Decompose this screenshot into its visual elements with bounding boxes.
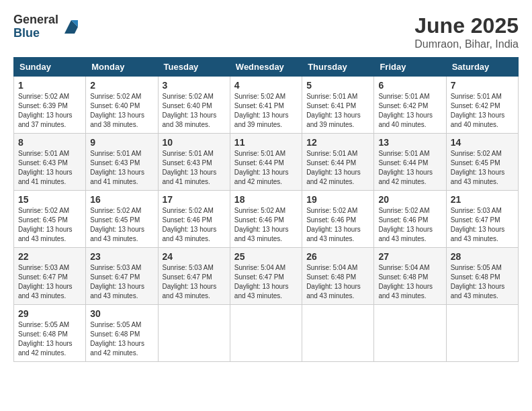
day-info: Sunrise: 5:01 AMSunset: 6:42 PMDaylight:… (451, 92, 514, 130)
day-cell-17: 17Sunrise: 5:02 AMSunset: 6:46 PMDayligh… (158, 191, 230, 248)
day-info: Sunrise: 5:03 AMSunset: 6:47 PMDaylight:… (451, 206, 514, 244)
day-number: 13 (378, 137, 441, 148)
day-info: Sunrise: 5:02 AMSunset: 6:45 PMDaylight:… (451, 149, 514, 187)
day-cell-16: 16Sunrise: 5:02 AMSunset: 6:45 PMDayligh… (86, 191, 158, 248)
column-header-thursday: Thursday (302, 58, 374, 77)
day-cell-20: 20Sunrise: 5:02 AMSunset: 6:46 PMDayligh… (374, 191, 446, 248)
day-number: 27 (378, 251, 441, 262)
day-info: Sunrise: 5:02 AMSunset: 6:40 PMDaylight:… (163, 92, 226, 130)
column-header-wednesday: Wednesday (230, 58, 302, 77)
logo: General Blue (13, 13, 81, 40)
empty-cell (158, 305, 230, 362)
day-info: Sunrise: 5:02 AMSunset: 6:46 PMDaylight:… (163, 206, 226, 244)
month-year: June 2025 (414, 13, 519, 38)
day-cell-19: 19Sunrise: 5:02 AMSunset: 6:46 PMDayligh… (302, 191, 374, 248)
day-number: 4 (234, 80, 298, 91)
location: Dumraon, Bihar, India (414, 38, 519, 50)
empty-cell (302, 305, 374, 362)
day-cell-10: 10Sunrise: 5:01 AMSunset: 6:43 PMDayligh… (158, 134, 230, 191)
day-number: 25 (234, 251, 298, 262)
calendar-header-row: SundayMondayTuesdayWednesdayThursdayFrid… (14, 58, 519, 77)
column-header-tuesday: Tuesday (158, 58, 230, 77)
day-info: Sunrise: 5:01 AMSunset: 6:41 PMDaylight:… (306, 92, 369, 130)
day-number: 2 (90, 80, 153, 91)
day-number: 21 (451, 194, 514, 205)
logo-general-text: General (13, 13, 58, 27)
day-info: Sunrise: 5:03 AMSunset: 6:47 PMDaylight:… (163, 263, 226, 301)
day-number: 29 (18, 308, 81, 319)
title-area: June 2025 Dumraon, Bihar, India (414, 13, 519, 50)
week-row-1: 1Sunrise: 5:02 AMSunset: 6:39 PMDaylight… (14, 77, 519, 134)
day-number: 12 (306, 137, 369, 148)
logo-icon (61, 17, 81, 37)
day-cell-12: 12Sunrise: 5:01 AMSunset: 6:44 PMDayligh… (302, 134, 374, 191)
day-info: Sunrise: 5:01 AMSunset: 6:42 PMDaylight:… (378, 92, 441, 130)
day-cell-11: 11Sunrise: 5:01 AMSunset: 6:44 PMDayligh… (230, 134, 302, 191)
day-number: 5 (306, 80, 369, 91)
day-info: Sunrise: 5:02 AMSunset: 6:45 PMDaylight:… (90, 206, 153, 244)
day-cell-6: 6Sunrise: 5:01 AMSunset: 6:42 PMDaylight… (374, 77, 446, 134)
day-cell-14: 14Sunrise: 5:02 AMSunset: 6:45 PMDayligh… (446, 134, 518, 191)
day-info: Sunrise: 5:03 AMSunset: 6:47 PMDaylight:… (18, 263, 81, 301)
day-cell-18: 18Sunrise: 5:02 AMSunset: 6:46 PMDayligh… (230, 191, 302, 248)
day-number: 15 (18, 194, 81, 205)
day-info: Sunrise: 5:01 AMSunset: 6:44 PMDaylight:… (378, 149, 441, 187)
empty-cell (230, 305, 302, 362)
day-cell-4: 4Sunrise: 5:02 AMSunset: 6:41 PMDaylight… (230, 77, 302, 134)
week-row-5: 29Sunrise: 5:05 AMSunset: 6:48 PMDayligh… (14, 305, 519, 362)
day-cell-5: 5Sunrise: 5:01 AMSunset: 6:41 PMDaylight… (302, 77, 374, 134)
week-row-4: 22Sunrise: 5:03 AMSunset: 6:47 PMDayligh… (14, 248, 519, 305)
day-number: 14 (451, 137, 514, 148)
column-header-monday: Monday (86, 58, 158, 77)
day-cell-25: 25Sunrise: 5:04 AMSunset: 6:47 PMDayligh… (230, 248, 302, 305)
day-cell-23: 23Sunrise: 5:03 AMSunset: 6:47 PMDayligh… (86, 248, 158, 305)
day-number: 22 (18, 251, 81, 262)
day-info: Sunrise: 5:04 AMSunset: 6:48 PMDaylight:… (378, 263, 441, 301)
day-info: Sunrise: 5:02 AMSunset: 6:41 PMDaylight:… (234, 92, 298, 130)
day-number: 24 (163, 251, 226, 262)
day-number: 8 (18, 137, 81, 148)
day-info: Sunrise: 5:02 AMSunset: 6:39 PMDaylight:… (18, 92, 81, 130)
day-number: 20 (378, 194, 441, 205)
day-cell-3: 3Sunrise: 5:02 AMSunset: 6:40 PMDaylight… (158, 77, 230, 134)
day-cell-26: 26Sunrise: 5:04 AMSunset: 6:48 PMDayligh… (302, 248, 374, 305)
day-number: 17 (163, 194, 226, 205)
day-info: Sunrise: 5:01 AMSunset: 6:44 PMDaylight:… (234, 149, 298, 187)
empty-cell (446, 305, 518, 362)
day-number: 23 (90, 251, 153, 262)
day-info: Sunrise: 5:02 AMSunset: 6:46 PMDaylight:… (378, 206, 441, 244)
column-header-saturday: Saturday (446, 58, 518, 77)
header: General Blue June 2025 Dumraon, Bihar, I… (13, 13, 519, 50)
day-number: 19 (306, 194, 369, 205)
logo-blue-text: Blue (13, 27, 58, 40)
day-info: Sunrise: 5:04 AMSunset: 6:48 PMDaylight:… (306, 263, 369, 301)
day-number: 10 (163, 137, 226, 148)
day-cell-29: 29Sunrise: 5:05 AMSunset: 6:48 PMDayligh… (14, 305, 86, 362)
day-cell-24: 24Sunrise: 5:03 AMSunset: 6:47 PMDayligh… (158, 248, 230, 305)
column-header-friday: Friday (374, 58, 446, 77)
day-info: Sunrise: 5:02 AMSunset: 6:46 PMDaylight:… (234, 206, 298, 244)
day-info: Sunrise: 5:01 AMSunset: 6:43 PMDaylight:… (90, 149, 153, 187)
day-info: Sunrise: 5:01 AMSunset: 6:44 PMDaylight:… (306, 149, 369, 187)
calendar: SundayMondayTuesdayWednesdayThursdayFrid… (13, 57, 519, 362)
day-number: 26 (306, 251, 369, 262)
day-cell-30: 30Sunrise: 5:05 AMSunset: 6:48 PMDayligh… (86, 305, 158, 362)
empty-cell (374, 305, 446, 362)
day-number: 3 (163, 80, 226, 91)
day-cell-15: 15Sunrise: 5:02 AMSunset: 6:45 PMDayligh… (14, 191, 86, 248)
day-cell-22: 22Sunrise: 5:03 AMSunset: 6:47 PMDayligh… (14, 248, 86, 305)
day-number: 18 (234, 194, 298, 205)
day-number: 30 (90, 308, 153, 319)
day-cell-7: 7Sunrise: 5:01 AMSunset: 6:42 PMDaylight… (446, 77, 518, 134)
day-info: Sunrise: 5:01 AMSunset: 6:43 PMDaylight:… (163, 149, 226, 187)
day-info: Sunrise: 5:05 AMSunset: 6:48 PMDaylight:… (90, 320, 153, 358)
day-cell-13: 13Sunrise: 5:01 AMSunset: 6:44 PMDayligh… (374, 134, 446, 191)
day-info: Sunrise: 5:01 AMSunset: 6:43 PMDaylight:… (18, 149, 81, 187)
day-cell-28: 28Sunrise: 5:05 AMSunset: 6:48 PMDayligh… (446, 248, 518, 305)
day-info: Sunrise: 5:02 AMSunset: 6:46 PMDaylight:… (306, 206, 369, 244)
day-cell-27: 27Sunrise: 5:04 AMSunset: 6:48 PMDayligh… (374, 248, 446, 305)
week-row-2: 8Sunrise: 5:01 AMSunset: 6:43 PMDaylight… (14, 134, 519, 191)
day-number: 28 (451, 251, 514, 262)
day-info: Sunrise: 5:02 AMSunset: 6:40 PMDaylight:… (90, 92, 153, 130)
day-cell-9: 9Sunrise: 5:01 AMSunset: 6:43 PMDaylight… (86, 134, 158, 191)
